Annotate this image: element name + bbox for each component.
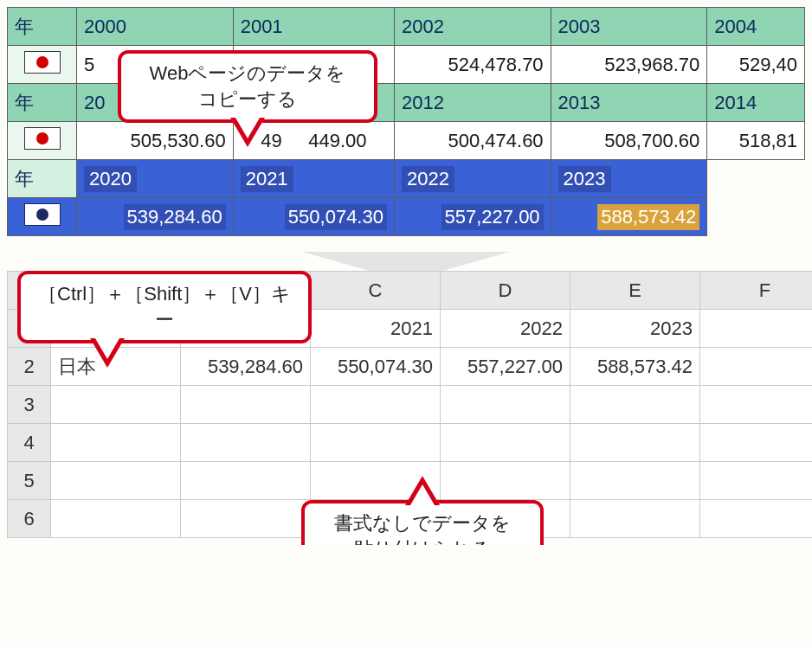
year-cell: 2003 (551, 8, 707, 46)
value-cell: 508,700.60 (551, 122, 707, 160)
cell[interactable] (570, 462, 700, 500)
callout-text: ［Ctrl］＋［Shift］＋［V］キー (36, 281, 293, 333)
selected-year-cell[interactable]: 2021 (233, 160, 394, 198)
row-header[interactable]: 2 (8, 348, 51, 386)
cell[interactable] (570, 386, 700, 424)
callout-text: Webページのデータを (137, 61, 358, 87)
year-cell: 2004 (707, 8, 805, 46)
cell[interactable] (700, 500, 813, 538)
cell[interactable] (700, 424, 813, 462)
web-data-section: 年 2000 2001 2002 2003 2004 5 524,478.70 … (7, 7, 805, 236)
cell[interactable] (311, 424, 441, 462)
japan-flag-icon (24, 51, 61, 74)
value-cell: 505,530.60 (77, 122, 234, 160)
year-label: 年 (8, 8, 77, 46)
cell[interactable] (51, 386, 181, 424)
selected-value-cell[interactable]: 588,573.42 (551, 198, 707, 236)
selected-flag-japan[interactable] (8, 198, 77, 236)
row-header[interactable]: 4 (8, 424, 51, 462)
cell[interactable] (181, 386, 311, 424)
year-label: 年 (8, 160, 77, 198)
selected-year-cell[interactable]: 2023 (551, 160, 707, 198)
cell-d2[interactable]: 557,227.00 (441, 348, 570, 386)
flag-japan (8, 46, 77, 84)
callout-text: 貼り付けられる (320, 536, 525, 545)
cell[interactable] (51, 462, 181, 500)
cell-c2[interactable]: 550,074.30 (311, 348, 441, 386)
cell-b2[interactable]: 539,284.60 (181, 348, 311, 386)
value-cell: 523,968.70 (551, 46, 707, 84)
selected-year-cell[interactable]: 2022 (394, 160, 551, 198)
callout-tail-icon (230, 118, 265, 147)
callout-shortcut-key: ［Ctrl］＋［Shift］＋［V］キー (17, 271, 312, 343)
selected-value-cell[interactable]: 539,284.60 (77, 198, 234, 236)
cell-c1[interactable]: 2021 (311, 310, 441, 348)
year-cell: 2012 (394, 84, 551, 122)
cell[interactable] (441, 424, 570, 462)
japan-flag-icon (24, 203, 61, 226)
cell[interactable] (51, 500, 181, 538)
col-header[interactable]: D (441, 272, 570, 310)
callout-tail-icon (90, 338, 125, 368)
cell[interactable] (181, 424, 311, 462)
value-cell: 529,40 (707, 46, 805, 84)
cell[interactable] (441, 462, 570, 500)
selected-value-cell[interactable]: 557,227.00 (394, 198, 551, 236)
cell[interactable] (570, 424, 700, 462)
selected-value-cell[interactable]: 550,074.30 (233, 198, 394, 236)
excel-section: ［Ctrl］＋［Shift］＋［V］キー A B C D E F 1 年 202… (7, 271, 805, 538)
callout-paste-unformatted: 書式なしでデータを 貼り付けられる (301, 500, 544, 545)
callout-text: コピーする (137, 87, 358, 112)
cell-e2[interactable]: 588,573.42 (570, 348, 700, 386)
blank-cell (707, 160, 805, 198)
year-cell: 2001 (233, 8, 394, 46)
callout-tail-icon (405, 476, 440, 505)
row-header[interactable]: 5 (8, 462, 51, 500)
col-header[interactable]: C (311, 272, 441, 310)
year-label: 年 (8, 84, 77, 122)
value-cell: 524,478.70 (394, 46, 551, 84)
cell[interactable] (51, 424, 181, 462)
cell[interactable] (700, 386, 813, 424)
callout-text: 書式なしでデータを (320, 510, 525, 536)
col-header[interactable]: F (700, 272, 813, 310)
row-header[interactable]: 3 (8, 386, 51, 424)
value-cell: 500,474.60 (394, 122, 551, 160)
cell[interactable] (311, 386, 441, 424)
blank-cell (707, 198, 805, 236)
japan-flag-icon (24, 127, 61, 150)
flag-japan (8, 122, 77, 160)
cell[interactable] (181, 500, 311, 538)
cell-f2[interactable] (700, 348, 813, 386)
selected-year-cell[interactable]: 2020 (77, 160, 234, 198)
year-cell: 2014 (707, 84, 805, 122)
year-cell: 2000 (77, 8, 234, 46)
col-header[interactable]: E (570, 272, 700, 310)
row-header[interactable]: 6 (8, 500, 51, 538)
cell-f1[interactable] (700, 310, 813, 348)
cell[interactable] (570, 500, 700, 538)
cell[interactable] (700, 462, 813, 500)
value-cell: 518,81 (707, 122, 805, 160)
cell[interactable] (181, 462, 311, 500)
year-cell: 2013 (551, 84, 707, 122)
callout-copy-data: Webページのデータを コピーする (118, 50, 377, 123)
cell-d1[interactable]: 2022 (441, 310, 570, 348)
year-cell: 2002 (394, 8, 551, 46)
cell-e1[interactable]: 2023 (570, 310, 700, 348)
cell[interactable] (441, 386, 570, 424)
